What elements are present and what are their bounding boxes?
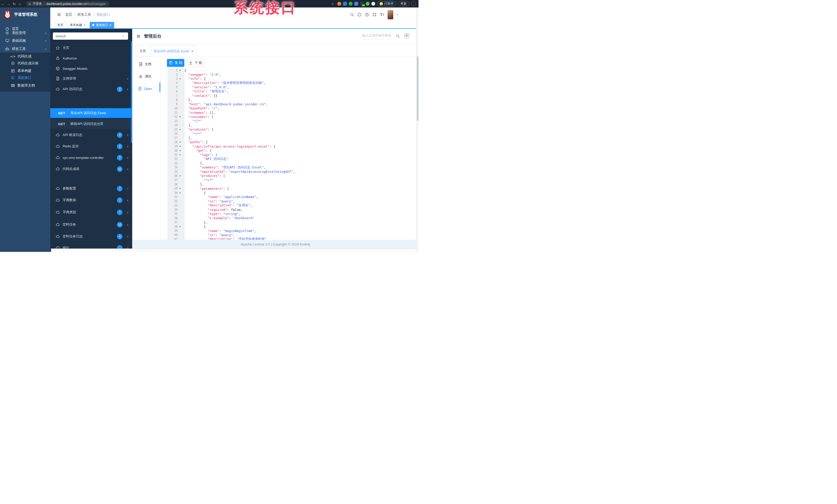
- bookmark-star-icon[interactable]: ☆: [330, 1, 336, 7]
- ext-white-flower[interactable]: [371, 2, 375, 6]
- api-group-字典类型[interactable]: 字典类型7∨: [50, 208, 132, 216]
- help-icon[interactable]: [365, 13, 369, 17]
- api-group-sys-sms-template-controller[interactable]: sys-sms-template-controller7∨: [50, 153, 132, 162]
- fold-arrow-icon[interactable]: ▾: [180, 174, 184, 177]
- user-avatar[interactable]: [388, 10, 393, 19]
- security-chip[interactable]: ⚠ 不安全: [26, 1, 44, 6]
- api-group-定时任务[interactable]: 定时任务10∨: [50, 221, 132, 229]
- api-group-代码生成器[interactable]: 代码生成器11∨: [50, 165, 132, 173]
- tag-首页[interactable]: 首页: [55, 22, 66, 28]
- code-text: "required": false,: [184, 208, 243, 212]
- doc-search-icon[interactable]: [396, 34, 400, 38]
- fold-arrow-icon[interactable]: ▾: [180, 141, 184, 144]
- breadcrumb-item[interactable]: 系统接口: [96, 12, 110, 17]
- fold-arrow-icon[interactable]: ▾: [180, 153, 184, 156]
- sidebar-subitem-表单构建[interactable]: 表单构建: [0, 67, 50, 75]
- api-group-select[interactable]: default: [53, 33, 128, 40]
- ext-green-leaf[interactable]: [366, 2, 370, 6]
- sidebar-collapse-icon[interactable]: [57, 13, 61, 17]
- code-line: 2 "swagger": "2.0",: [167, 72, 416, 76]
- swagger-item-Swagger Models[interactable]: Swagger Models: [50, 64, 132, 73]
- breadcrumb-item[interactable]: 首页: [65, 12, 72, 17]
- doc-nav-调试[interactable]: 调试: [132, 74, 158, 79]
- fold-arrow-icon[interactable]: ▾: [180, 145, 184, 148]
- cloud-icon: [55, 133, 60, 137]
- paused-extension-button[interactable]: 已暂停: [377, 1, 396, 6]
- ext-green-circle[interactable]: [349, 2, 353, 6]
- code-editor[interactable]: 1▾{2 "swagger": "2.0",3▾ "info": {4 "des…: [167, 68, 416, 240]
- download-button[interactable]: 下 载: [187, 59, 204, 67]
- back-icon[interactable]: ←: [0, 1, 6, 7]
- fold-arrow-icon[interactable]: ▾: [180, 115, 184, 118]
- app-logo[interactable]: 芋道管理系统: [0, 7, 50, 22]
- api-endpoint-导出API 访问日志 Excel[interactable]: GET导出API 访问日志 Excel: [50, 108, 132, 118]
- line-number: 35: [167, 212, 180, 216]
- api-group-定时任务日志[interactable]: 定时任务日志4∨: [50, 232, 132, 241]
- fold-arrow-icon[interactable]: ▾: [180, 69, 184, 72]
- api-group-字典数据[interactable]: 字典数据7∨: [50, 196, 132, 204]
- api-group-label: 定时任务日志: [63, 234, 83, 239]
- ext-orange[interactable]: [337, 2, 341, 6]
- tag-表单构建[interactable]: 表单构建✕: [67, 22, 88, 28]
- github-icon[interactable]: [357, 13, 361, 17]
- horizontal-scrollbar-track[interactable]: [51, 248, 418, 252]
- fold-arrow-icon[interactable]: ▾: [180, 225, 184, 228]
- bug-icon: [139, 74, 143, 78]
- swagger-item-Authorize[interactable]: Authorize: [50, 54, 132, 62]
- doc-search-input[interactable]: 输入文档关键字搜索: [362, 34, 393, 39]
- update-button[interactable]: 更新: [398, 1, 409, 6]
- cloud-icon: [55, 87, 60, 91]
- fullscreen-icon[interactable]: [372, 13, 376, 17]
- forward-icon[interactable]: →: [6, 1, 11, 7]
- language-toggle[interactable]: 中: [404, 34, 409, 38]
- ext-blue-diamond[interactable]: [343, 2, 347, 6]
- swagger-item-文档管理[interactable]: 文档管理∨: [50, 74, 132, 83]
- lock-icon: [55, 56, 60, 60]
- doc-collapse-icon[interactable]: [136, 34, 140, 38]
- reload-icon[interactable]: ↻: [11, 1, 17, 7]
- fontsize-icon[interactable]: TT: [380, 12, 384, 17]
- code-line: 36 "x-example": "dashboard": [167, 216, 416, 220]
- home-icon[interactable]: ⌂: [17, 1, 23, 7]
- swagger-item-主页[interactable]: 主页: [50, 44, 132, 52]
- sidebar-scrollbar-thumb[interactable]: [131, 41, 132, 143]
- fold-arrow-icon[interactable]: ▾: [180, 149, 184, 152]
- security-label: 不安全: [33, 2, 42, 6]
- tab-export-api-log[interactable]: 导出API 访问日志 Excel ✕: [151, 45, 196, 57]
- copy-button[interactable]: 复 制: [167, 59, 184, 67]
- browser-menu-icon[interactable]: ⋮: [411, 1, 416, 6]
- tab-home[interactable]: 主页: [136, 46, 150, 56]
- sidebar-item-研发工具[interactable]: 研发工具∧: [0, 45, 50, 53]
- fold-arrow-icon[interactable]: ▾: [180, 187, 184, 190]
- close-tab-icon[interactable]: ✕: [191, 50, 194, 53]
- api-group-参数配置[interactable]: 参数配置7∨: [50, 184, 132, 193]
- sidebar-item-系统管理[interactable]: 系统管理∨: [0, 29, 50, 37]
- api-group-Redis 监控[interactable]: Redis 监控2∨: [50, 142, 132, 150]
- swagger-item-API 访问日志[interactable]: API 访问日志2∧: [50, 85, 132, 93]
- tag-系统接口[interactable]: 系统接口✕: [90, 22, 114, 28]
- address-bar[interactable]: dashboard.yudao.iocoder.cn/tool/swagger: [44, 1, 109, 6]
- fold-arrow-icon[interactable]: ▾: [180, 128, 184, 131]
- api-group-API 错误日志[interactable]: API 错误日志3∨: [50, 131, 132, 139]
- sidebar-subitem-代码生成[interactable]: </>代码生成: [0, 53, 50, 60]
- sidebar-subitem-代码生成示例[interactable]: 代码生成示例: [0, 59, 50, 67]
- sidebar-subitem-数据库文档[interactable]: 数据库文档: [0, 82, 50, 89]
- sidebar-item-label: 系统管理: [12, 31, 26, 35]
- close-tag-icon[interactable]: ✕: [109, 23, 111, 27]
- page-scrollbar-thumb[interactable]: [417, 56, 418, 121]
- close-tag-icon[interactable]: ✕: [84, 23, 86, 27]
- sidebar-item-基础设施[interactable]: 基础设施∨: [0, 37, 50, 44]
- avatar-caret-icon[interactable]: ▾: [397, 13, 398, 16]
- sidebar-subitem-系统接口[interactable]: 系统接口: [0, 74, 50, 82]
- ext-translate[interactable]: cn: [360, 2, 364, 6]
- doc-nav-Open[interactable]: Open: [132, 87, 158, 91]
- ext-blue-grid[interactable]: [354, 2, 358, 6]
- search-icon[interactable]: [350, 13, 354, 17]
- fold-arrow-icon[interactable]: ▾: [180, 77, 184, 80]
- page-scrollbar[interactable]: [416, 7, 418, 252]
- breadcrumb-item[interactable]: 研发工具: [77, 12, 91, 17]
- line-number: 9: [167, 102, 180, 106]
- api-endpoint-获得API 访问日志分页[interactable]: GET获得API 访问日志分页: [50, 119, 132, 129]
- fold-arrow-icon[interactable]: ▾: [180, 192, 184, 194]
- doc-nav-文档[interactable]: 文档: [132, 62, 158, 67]
